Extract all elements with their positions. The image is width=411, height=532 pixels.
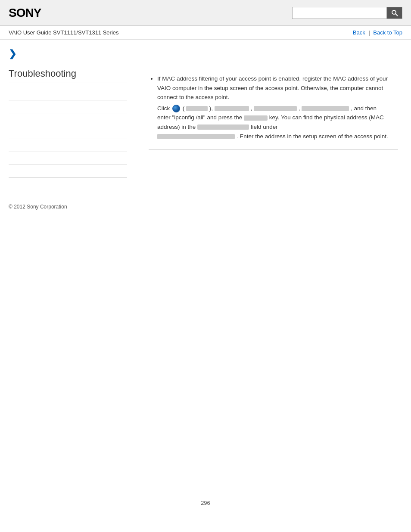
click-line3: address) in the field under (157, 124, 278, 130)
redacted-1 (186, 106, 208, 111)
content-area: ❯ Troubleshooting If MAC address filteri… (0, 40, 411, 187)
bullet-text-1: If MAC address filtering of your access … (157, 75, 388, 100)
svg-line-1 (395, 14, 398, 16)
click-line4: . Enter the address in the setup screen … (157, 133, 388, 140)
nav-bar: VAIO User Guide SVT1111/SVT1311 Series B… (0, 26, 411, 40)
click-instruction: Click ( ), , , , and then (157, 104, 398, 141)
sidebar: ❯ Troubleshooting (0, 40, 136, 187)
list-item (9, 139, 127, 152)
list-item (9, 113, 127, 126)
redacted-5 (244, 115, 268, 121)
nav-links: Back | Back to Top (353, 29, 402, 36)
redacted-6 (197, 124, 249, 130)
list-item (9, 100, 127, 113)
content-list: If MAC address filtering of your access … (149, 74, 398, 141)
list-item: If MAC address filtering of your access … (157, 74, 398, 141)
footer: © 2012 Sony Corporation (0, 195, 411, 218)
content-section: If MAC address filtering of your access … (149, 74, 398, 150)
redacted-3 (254, 106, 297, 111)
list-item (9, 165, 127, 178)
click-line2: enter "ipconfig /all" and press the key.… (157, 114, 384, 121)
sidebar-links (9, 87, 127, 178)
guide-title: VAIO User Guide SVT1111/SVT1311 Series (9, 29, 119, 36)
search-icon (391, 9, 398, 16)
redacted-2 (215, 106, 249, 111)
back-link[interactable]: Back (353, 29, 365, 36)
separator: | (368, 29, 371, 36)
search-button[interactable] (387, 7, 402, 19)
search-container (292, 7, 402, 19)
search-input[interactable] (292, 7, 387, 19)
click-line1: ( ), , , , and then (183, 105, 377, 112)
content-divider (149, 149, 398, 150)
redacted-7 (157, 134, 235, 139)
sidebar-heading: Troubleshooting (9, 68, 127, 83)
header: SONY (0, 0, 411, 26)
click-label: Click (157, 105, 170, 112)
copyright: © 2012 Sony Corporation (9, 204, 67, 210)
page-number: 296 (0, 491, 411, 515)
list-item (9, 152, 127, 165)
list-item (9, 87, 127, 100)
sony-logo: SONY (9, 6, 41, 20)
back-to-top-link[interactable]: Back to Top (373, 29, 402, 36)
svg-point-0 (392, 10, 396, 14)
redacted-4 (302, 106, 349, 111)
breadcrumb-arrow: ❯ (9, 48, 127, 59)
globe-icon (172, 105, 180, 112)
main-content: If MAC address filtering of your access … (136, 40, 411, 187)
list-item (9, 126, 127, 139)
